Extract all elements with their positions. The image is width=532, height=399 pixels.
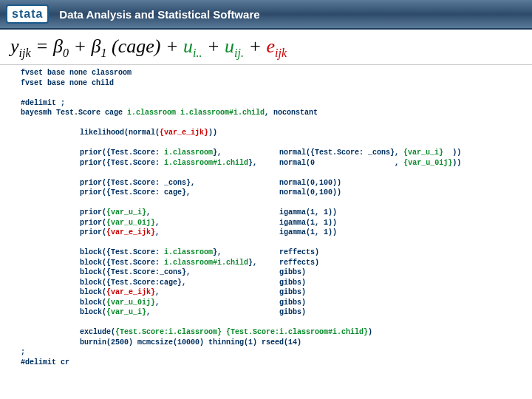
code-line <box>21 238 532 248</box>
code-line: #delimit cr <box>21 358 532 368</box>
code-line <box>21 138 532 149</box>
code-line <box>21 198 532 208</box>
code-line <box>21 118 532 129</box>
code-line: ; <box>21 347 532 358</box>
code-line: bayesmh Test.Score cage i.classroom i.cl… <box>21 108 532 118</box>
code-line: block({var_u_0ij}, gibbs) <box>21 298 532 308</box>
code-line: likelihood(normal({var_e_ijk})) <box>21 128 532 138</box>
code-line: block({var_u_i}, gibbs) <box>21 307 532 318</box>
code-line: prior({Test.Score: _cons}, normal(0,100)… <box>21 178 532 188</box>
code-line: prior({Test.Score: i.classroom}, normal(… <box>21 148 532 158</box>
code-line: prior({var_u_0ij}, igamma(1, 1)) <box>21 218 532 228</box>
model-equation: yijk = β0 + β1 (cage) + ui.. + uij. + ei… <box>0 30 532 65</box>
code-line: block({Test.Score:_cons}, gibbs) <box>21 267 532 278</box>
code-line: block({Test.Score: i.classroom#i.child},… <box>21 258 532 268</box>
code-line: fvset base none child <box>21 78 532 89</box>
code-line <box>21 318 532 328</box>
code-line <box>21 88 532 98</box>
code-line: exclude({Test.Score:i.classroom} {Test.S… <box>21 327 532 338</box>
code-line: block({var_e_ijk}, gibbs) <box>21 287 532 298</box>
code-line: prior({Test.Score: i.classroom#i.child},… <box>21 158 532 168</box>
code-line: block({Test.Score:cage}, gibbs) <box>21 278 532 288</box>
code-line: #delimit ; <box>21 98 532 109</box>
code-line: prior({var_u_i}, igamma(1, 1)) <box>21 208 532 218</box>
code-line: prior({Test.Score: cage}, normal(0,100)) <box>21 188 532 198</box>
code-line: prior({var_e_ijk}, igamma(1, 1)) <box>21 228 532 238</box>
code-line: block({Test.Score: i.classroom}, reffect… <box>21 248 532 258</box>
header-title: Data Analysis and Statistical Software <box>59 8 259 21</box>
header-bar: stata Data Analysis and Statistical Soft… <box>0 0 532 30</box>
stata-code-block: fvset base none classroom fvset base non… <box>0 65 532 367</box>
code-line <box>21 168 532 178</box>
code-line: fvset base none classroom <box>21 68 532 78</box>
code-line: burnin(2500) mcmcsize(10000) thinning(1)… <box>21 338 532 348</box>
stata-logo: stata <box>6 4 49 24</box>
